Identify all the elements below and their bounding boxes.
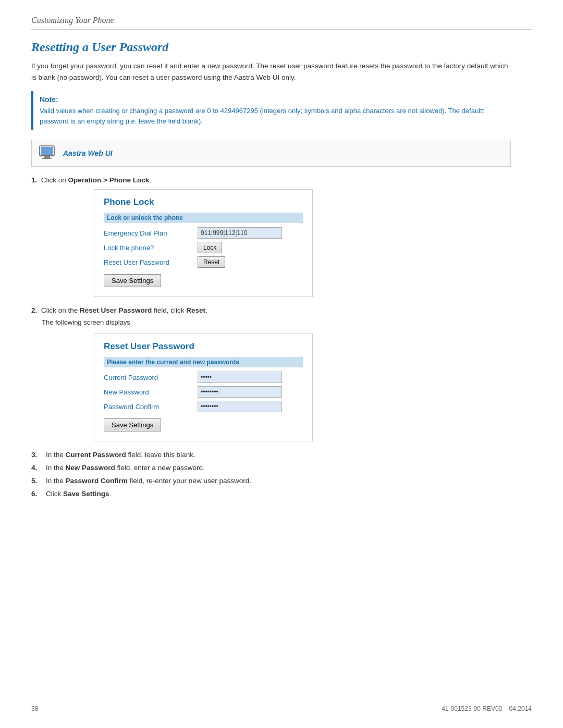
reset-password-save-row: Save Settings xyxy=(104,418,303,431)
step-5: 5. In the Password Confirm field, re-ent… xyxy=(31,477,532,485)
reset-user-password-panel: Reset User Password Please enter the cur… xyxy=(94,334,313,441)
note-text: Valid values when creating or changing a… xyxy=(40,106,505,126)
step-4-num: 4. xyxy=(31,464,42,472)
step-3-num: 3. xyxy=(31,451,42,459)
phone-lock-save-row: Save Settings xyxy=(104,274,303,287)
current-password-label: Current Password xyxy=(104,374,198,381)
step-2-sub: The following screen displays xyxy=(42,318,532,326)
new-password-row: New Password xyxy=(104,386,303,398)
phone-lock-section-label: Lock or unlock the phone xyxy=(104,213,303,223)
section-title: Resetting a User Password xyxy=(31,40,532,54)
step-6-text: Click Save Settings. xyxy=(46,490,111,498)
reset-password-save-button[interactable]: Save Settings xyxy=(104,418,161,431)
page-header-title: Customizing Your Phone xyxy=(31,16,114,24)
lock-button[interactable]: Lock xyxy=(198,242,222,253)
doc-info: 41-001523-00 REV00 – 04.2014 xyxy=(442,705,532,712)
new-password-input[interactable] xyxy=(198,386,282,398)
reset-user-password-row: Reset User Password Reset xyxy=(104,256,303,268)
phone-lock-panel: Phone Lock Lock or unlock the phone Emer… xyxy=(94,189,313,297)
step-5-text: In the Password Confirm field, re-enter … xyxy=(46,477,251,485)
step-2-bold1: Reset User Password xyxy=(80,306,152,314)
step-2-middle: field, click xyxy=(152,306,186,314)
step-5-num: 5. xyxy=(31,477,42,485)
reset-user-password-label: Reset User Password xyxy=(104,258,198,266)
step-1-bold: Operation > Phone Lock xyxy=(68,176,150,184)
phone-lock-save-button[interactable]: Save Settings xyxy=(104,274,161,287)
current-password-input[interactable] xyxy=(198,372,282,383)
step-6: 6. Click Save Settings. xyxy=(31,490,532,498)
step-1: 1. Click on Operation > Phone Lock. Phon… xyxy=(31,176,532,297)
step-1-prefix: Click on xyxy=(41,176,68,184)
password-confirm-row: Password Confirm xyxy=(104,401,303,412)
step-3: 3. In the Current Password field, leave … xyxy=(31,451,532,459)
note-box: Note: Valid values when creating or chan… xyxy=(31,91,511,130)
intro-text: If you forget your password, you can res… xyxy=(31,60,511,83)
lock-phone-row: Lock the phone? Lock xyxy=(104,242,303,253)
step-3-text: In the Current Password field, leave thi… xyxy=(46,451,195,459)
reset-password-section-label: Please enter the current and new passwor… xyxy=(104,357,303,367)
step-2-prefix: Click on the xyxy=(41,306,80,314)
step-6-num: 6. xyxy=(31,490,42,498)
step-1-text: 1. Click on Operation > Phone Lock. xyxy=(31,176,532,184)
monitor-icon xyxy=(39,145,58,161)
lock-phone-label: Lock the phone? xyxy=(104,244,198,252)
page-header: Customizing Your Phone xyxy=(31,16,532,30)
step-4: 4. In the New Password field, enter a ne… xyxy=(31,464,532,472)
steps-lower: 3. In the Current Password field, leave … xyxy=(31,451,532,498)
reset-button[interactable]: Reset xyxy=(198,256,225,268)
current-password-row: Current Password xyxy=(104,372,303,383)
svg-rect-2 xyxy=(44,156,50,158)
reset-password-panel-title: Reset User Password xyxy=(104,341,303,352)
password-confirm-input[interactable] xyxy=(198,401,282,412)
new-password-label: New Password xyxy=(104,388,198,396)
page-number: 38 xyxy=(31,705,38,712)
step-2: 2. Click on the Reset User Password fiel… xyxy=(31,306,532,441)
emergency-dial-plan-label: Emergency Dial Plan xyxy=(104,229,198,237)
password-confirm-label: Password Confirm xyxy=(104,403,198,411)
note-label: Note: xyxy=(40,95,505,104)
page-container: Customizing Your Phone Resetting a User … xyxy=(0,0,563,728)
phone-lock-panel-title: Phone Lock xyxy=(104,197,303,207)
svg-rect-1 xyxy=(41,147,53,155)
step-4-text: In the New Password field, enter a new p… xyxy=(46,464,205,472)
emergency-dial-plan-row: Emergency Dial Plan xyxy=(104,227,303,239)
emergency-dial-plan-input[interactable] xyxy=(198,227,282,239)
aastra-web-ui-box: Aastra Web UI xyxy=(31,140,511,167)
svg-rect-3 xyxy=(42,158,52,159)
page-footer: 38 41-001523-00 REV00 – 04.2014 xyxy=(31,705,532,712)
aastra-label: Aastra Web UI xyxy=(63,149,113,157)
step-1-num: 1. xyxy=(31,176,39,184)
step-2-bold2: Reset xyxy=(186,306,205,314)
step-2-text: 2. Click on the Reset User Password fiel… xyxy=(31,306,532,314)
